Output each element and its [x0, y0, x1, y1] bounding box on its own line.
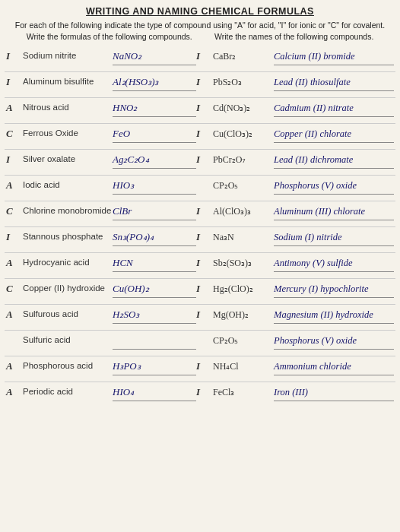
right-section-11: CP₂O₅ Phosphorus (V) oxide [196, 333, 394, 350]
compound-name-0: Sodium nitrite [23, 49, 113, 60]
formula-right-12: NH₄Cl [213, 359, 274, 372]
type-left-7: I [6, 230, 23, 243]
compound-name-5: Iodic acid [23, 178, 113, 189]
type-right-12: I [196, 359, 213, 372]
formula-left-6: ClBr [113, 204, 196, 220]
type-left-9: C [6, 281, 23, 295]
table-row: I Aluminum bisulfite Al₂(HSO₃)₃ I PbS₂O₃… [5, 72, 395, 98]
type-right-10: I [196, 307, 213, 321]
page-title: WRITING AND NAMING CHEMICAL FORMULAS [5, 6, 395, 17]
formula-right-5: CP₂O₅ [213, 178, 274, 192]
name-right-9: Mercury (I) hypochlorite [274, 281, 394, 298]
type-right-0: I [196, 49, 213, 62]
type-left-3: C [6, 126, 23, 140]
right-section-4: I PbCr₂O₇ Lead (II) dichromate [196, 152, 394, 169]
right-section-5: CP₂O₅ Phosphorus (V) oxide [196, 178, 394, 195]
table-row: A Sulfurous acid H₂SO₃ I Mg(OH)₂ Magnesi… [5, 305, 395, 331]
rows-container: I Sodium nitrite NaNO₂ I CaBr₂ Calcium (… [5, 46, 395, 408]
table-row: C Chlorine monobromide ClBr I Al(ClO₃)₃ … [5, 201, 395, 227]
type-left-4: I [6, 152, 23, 166]
table-row: A Nitrous acid HNO₂ I Cd(NO₃)₂ Cadmium (… [5, 98, 395, 124]
right-section-7: I Na₃N Sodium (I) nitride [196, 230, 394, 246]
right-section-0: I CaBr₂ Calcium (II) bromide [196, 49, 394, 65]
type-right-7: I [196, 230, 213, 243]
name-right-13: Iron (III) [274, 385, 394, 401]
formula-left-13: HIO₄ [113, 385, 196, 401]
right-section-9: I Hg₂(ClO)₂ Mercury (I) hypochlorite [196, 281, 394, 298]
instruction-line3: Write the names of the following compoun… [214, 32, 373, 41]
compound-name-2: Nitrous acid [23, 100, 113, 112]
compound-name-8: Hydrocyanic acid [23, 255, 113, 267]
compound-name-3: Ferrous Oxide [23, 126, 113, 138]
instruction-line1: For each of the following indicate the t… [15, 21, 385, 30]
formula-right-8: Sb₂(SO₃)₃ [213, 255, 274, 269]
formula-right-6: Al(ClO₃)₃ [213, 204, 274, 217]
formula-left-1: Al₂(HSO₃)₃ [113, 74, 196, 91]
instruction-line2: Write the formulas of the following comp… [27, 32, 192, 41]
right-section-8: I Sb₂(SO₃)₃ Antimony (V) sulfide [196, 255, 394, 272]
table-row: I Stannous phosphate Sn₃(PO₄)₄ I Na₃N So… [5, 227, 395, 253]
compound-name-11: Sulfuric acid [23, 333, 113, 344]
compound-name-9: Copper (II) hydroxide [23, 281, 113, 293]
type-right-9: I [196, 281, 213, 295]
type-left-5: A [6, 178, 23, 192]
type-right-3: I [196, 126, 213, 140]
name-right-11: Phosphorus (V) oxide [274, 333, 394, 350]
type-right-13: I [196, 385, 213, 398]
formula-right-0: CaBr₂ [213, 49, 274, 62]
name-right-7: Sodium (I) nitride [274, 230, 394, 246]
formula-left-2: HNO₂ [113, 100, 196, 117]
compound-name-6: Chlorine monobromide [23, 204, 113, 215]
right-section-13: I FeCl₃ Iron (III) [196, 385, 394, 401]
formula-right-10: Mg(OH)₂ [213, 307, 274, 321]
type-right-11 [196, 333, 213, 334]
compound-name-1: Aluminum bisulfite [23, 74, 113, 86]
formula-left-8: HCN [113, 255, 196, 272]
name-right-6: Aluminum (III) chlorate [274, 204, 394, 220]
type-right-4: I [196, 152, 213, 166]
formula-left-10: H₂SO₃ [113, 307, 196, 324]
type-right-8: I [196, 255, 213, 269]
right-section-2: I Cd(NO₃)₂ Cadmium (II) nitrate [196, 100, 394, 117]
formula-left-9: Cu(OH)₂ [113, 281, 196, 298]
type-left-1: I [6, 74, 23, 88]
instructions: For each of the following indicate the t… [5, 20, 395, 42]
formula-right-4: PbCr₂O₇ [213, 152, 274, 166]
table-row: A Hydrocyanic acid HCN I Sb₂(SO₃)₃ Antim… [5, 253, 395, 279]
type-left-12: A [6, 359, 23, 372]
formula-right-3: Cu(ClO₃)₂ [213, 126, 274, 140]
type-right-2: I [196, 100, 213, 114]
formula-left-11 [113, 333, 196, 350]
name-right-12: Ammonium chloride [274, 359, 394, 375]
right-section-12: I NH₄Cl Ammonium chloride [196, 359, 394, 375]
formula-left-7: Sn₃(PO₄)₄ [113, 230, 196, 246]
page: WRITING AND NAMING CHEMICAL FORMULAS For… [0, 0, 400, 532]
table-row: I Sodium nitrite NaNO₂ I CaBr₂ Calcium (… [5, 46, 395, 72]
right-section-10: I Mg(OH)₂ Magnesium (II) hydroxide [196, 307, 394, 324]
formula-right-1: PbS₂O₃ [213, 74, 274, 88]
right-section-6: I Al(ClO₃)₃ Aluminum (III) chlorate [196, 204, 394, 220]
formula-right-2: Cd(NO₃)₂ [213, 100, 274, 114]
type-right-1: I [196, 74, 213, 88]
formula-left-4: Ag₂C₂O₄ [113, 152, 196, 169]
type-left-13: A [6, 385, 23, 398]
type-right-5 [196, 178, 213, 179]
right-section-3: I Cu(ClO₃)₂ Copper (II) chlorate [196, 126, 394, 143]
name-right-3: Copper (II) chlorate [274, 126, 394, 143]
type-left-0: I [6, 49, 23, 62]
type-left-11 [6, 333, 23, 334]
formula-left-3: FeO [113, 126, 196, 143]
type-left-6: C [6, 204, 23, 217]
name-right-2: Cadmium (II) nitrate [274, 100, 394, 117]
table-row: C Ferrous Oxide FeO I Cu(ClO₃)₂ Copper (… [5, 124, 395, 150]
compound-name-4: Silver oxalate [23, 152, 113, 163]
formula-left-5: HIO₃ [113, 178, 196, 195]
compound-name-7: Stannous phosphate [23, 230, 113, 241]
title-section: WRITING AND NAMING CHEMICAL FORMULAS [5, 6, 395, 17]
table-row: Sulfuric acid CP₂O₅ Phosphorus (V) oxide [5, 331, 395, 356]
type-left-8: A [6, 255, 23, 269]
compound-name-13: Periodic acid [23, 385, 113, 396]
formula-left-12: H₃PO₃ [113, 359, 196, 375]
name-right-0: Calcium (II) bromide [274, 49, 394, 65]
formula-right-11: CP₂O₅ [213, 333, 274, 347]
